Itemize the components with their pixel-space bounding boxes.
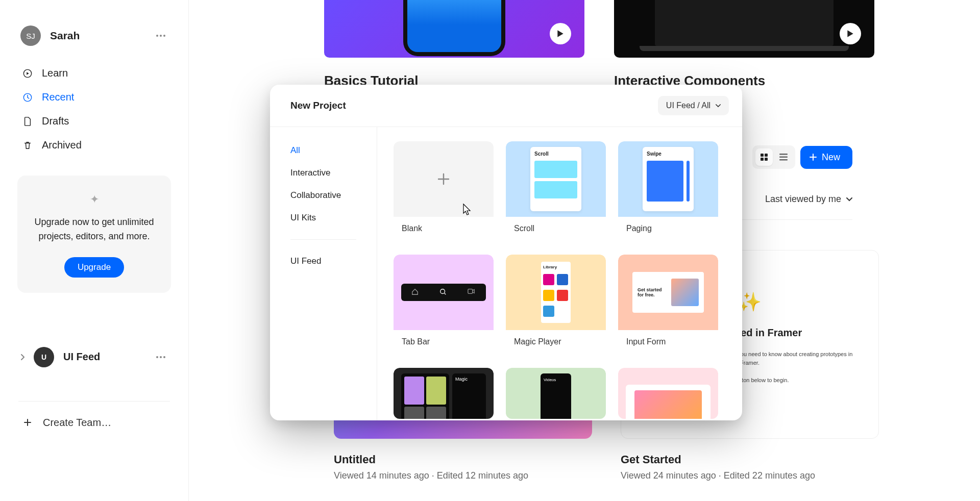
mockup — [626, 385, 710, 419]
sort-label: Last viewed by me — [765, 194, 841, 205]
tutorial-card-basics[interactable]: Basics Tutorial — [324, 0, 584, 89]
modal-nav: All Interactive Collaborative UI Kits UI… — [270, 127, 377, 420]
modal-header: New Project UI Feed / All — [270, 85, 742, 127]
modal-nav-collaborative[interactable]: Collaborative — [270, 184, 377, 207]
project-edited: Edited 22 minutes ago — [724, 470, 815, 481]
dot-separator: · — [432, 470, 437, 481]
template-thumb — [394, 255, 494, 330]
mockup-label: Library — [543, 265, 569, 272]
sidebar-item-drafts[interactable]: Drafts — [14, 109, 174, 133]
avatar[interactable]: SJ — [20, 26, 41, 46]
template-thumb: Videos — [506, 368, 606, 419]
list-icon — [779, 154, 788, 161]
template-thumb: Swipe — [618, 141, 718, 217]
template-ph1[interactable]: Magic — [394, 368, 494, 419]
project-viewed: Viewed 24 minutes ago — [621, 470, 716, 481]
sort-dropdown[interactable]: Last viewed by me — [765, 194, 852, 205]
dots-horizontal-icon — [156, 356, 165, 358]
template-scroll[interactable]: Scroll Scroll — [506, 141, 606, 242]
template-ph2[interactable]: Videos — [506, 368, 606, 419]
play-icon — [557, 30, 564, 38]
play-button[interactable] — [550, 23, 571, 44]
chevron-down-icon — [716, 104, 721, 108]
tutorial-thumb — [614, 0, 874, 58]
divider — [290, 239, 356, 240]
project-title: Untitled — [334, 453, 592, 466]
modal-nav-interactive[interactable]: Interactive — [270, 162, 377, 184]
svg-point-1 — [160, 35, 162, 37]
sidebar-item-uifeed[interactable]: U UI Feed — [0, 339, 188, 375]
sidebar-item-archived[interactable]: Archived — [14, 133, 174, 157]
mockup: Swipe — [643, 147, 694, 211]
template-thumb: Magic — [394, 368, 494, 419]
modal-nav-uifeed[interactable]: UI Feed — [270, 250, 377, 272]
template-name: Input Form — [618, 330, 718, 356]
mockup-label: Videos — [544, 378, 568, 382]
mockup-label: Swipe — [647, 151, 690, 157]
profile-menu-button[interactable] — [154, 29, 168, 43]
profile-name: Sarah — [50, 30, 144, 42]
toolbar: New — [752, 145, 852, 169]
svg-point-15 — [440, 289, 445, 294]
play-icon — [847, 30, 854, 38]
project-subtitle: Viewed 14 minutes ago · Edited 12 minute… — [334, 470, 592, 481]
feed-menu-button[interactable] — [154, 350, 168, 364]
svg-rect-13 — [779, 157, 788, 158]
svg-rect-16 — [468, 289, 473, 294]
modal-filter-dropdown[interactable]: UI Feed / All — [658, 96, 729, 115]
list-view-button[interactable] — [775, 148, 792, 166]
grid-icon — [760, 153, 768, 161]
template-form[interactable]: Get started for free. Input Form — [618, 255, 718, 356]
project-viewed: Viewed 14 minutes ago — [334, 470, 429, 481]
upgrade-card: ✦ Upgrade now to get unlimited projects,… — [17, 176, 171, 293]
create-team-button[interactable]: Create Team… — [0, 402, 188, 444]
dots-horizontal-icon — [156, 35, 165, 37]
sidebar-item-label: Drafts — [42, 115, 69, 127]
search-icon — [439, 288, 448, 296]
new-button-label: New — [822, 152, 840, 163]
svg-rect-10 — [761, 158, 764, 161]
mockup-label: Magic — [455, 377, 483, 382]
modal-nav-all[interactable]: All — [270, 139, 377, 162]
tutorial-card-components[interactable]: Interactive Components — [614, 0, 874, 89]
mockup: Magic — [401, 373, 486, 419]
sidebar-item-learn[interactable]: Learn — [14, 61, 174, 85]
sidebar-item-label: Archived — [42, 139, 82, 151]
home-icon — [411, 288, 420, 296]
template-grid: Blank Scroll Scroll Swipe — [394, 141, 726, 419]
mockup-label: Get started for free. — [638, 287, 666, 297]
template-paging[interactable]: Swipe Paging — [618, 141, 718, 242]
chevron-down-icon — [846, 197, 852, 202]
trash-icon — [22, 140, 33, 151]
template-tabbar[interactable]: Tab Bar — [394, 255, 494, 356]
profile-row: SJ Sarah — [0, 15, 188, 61]
mockup: Videos — [541, 373, 571, 419]
video-icon — [468, 288, 476, 296]
template-magic[interactable]: Library Magic Player — [506, 255, 606, 356]
grid-view-button[interactable] — [755, 148, 773, 166]
filter-label: UI Feed / All — [666, 101, 710, 110]
project-subtitle: Viewed 24 minutes ago · Edited 22 minute… — [621, 470, 879, 481]
template-name: Tab Bar — [394, 330, 494, 356]
svg-point-0 — [156, 35, 158, 37]
sidebar-item-label: Recent — [42, 91, 74, 103]
tutorial-thumb — [324, 0, 584, 58]
template-name: Paging — [618, 217, 718, 242]
modal-nav-uikits[interactable]: UI Kits — [270, 207, 377, 229]
mockup: Scroll — [530, 147, 581, 211]
clock-icon — [22, 92, 33, 103]
laptop-illustration — [655, 0, 834, 46]
template-blank[interactable]: Blank — [394, 141, 494, 242]
upgrade-button[interactable]: Upgrade — [64, 257, 124, 278]
mockup: Get started for free. — [632, 272, 704, 313]
template-ph3[interactable] — [618, 368, 718, 419]
plus-icon — [810, 154, 817, 161]
svg-rect-14 — [779, 159, 788, 161]
sidebar-item-recent[interactable]: Recent — [14, 85, 174, 109]
project-edited: Edited 12 minutes ago — [437, 470, 528, 481]
plus-icon — [437, 172, 450, 186]
new-button[interactable]: New — [800, 146, 852, 169]
svg-point-5 — [156, 356, 158, 358]
play-button[interactable] — [840, 23, 861, 44]
svg-rect-11 — [765, 158, 768, 161]
